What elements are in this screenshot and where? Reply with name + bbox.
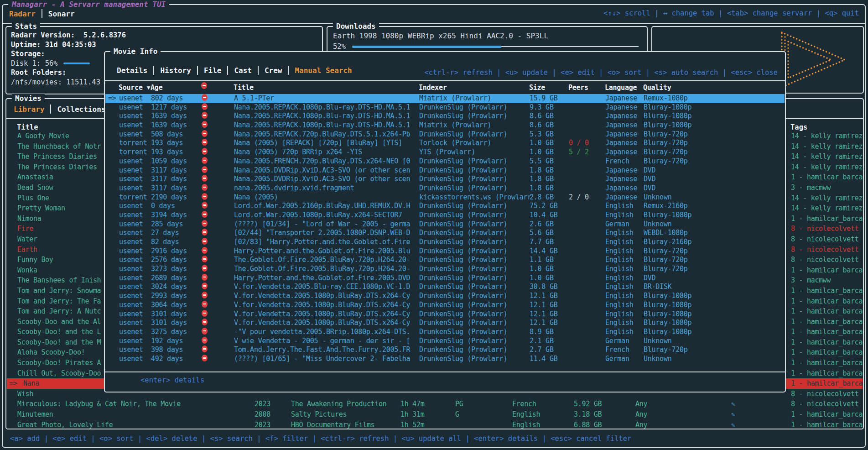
movie-title: Scooby-Doo and the Al bbox=[17, 317, 101, 327]
column-header-quality[interactable]: Quality bbox=[643, 82, 671, 93]
result-indexer: DrunkenSlug (Prowlarr) bbox=[419, 283, 507, 292]
result-title: -"V pour vendetta.2005.BRrip.1080p.x264-… bbox=[234, 328, 410, 337]
search-result-row[interactable]: =>usenet802 daysA 5.1-PTerMiatrix (Prowl… bbox=[105, 94, 785, 103]
result-title: Nana.2005.REPACK.1080p.Blu-ray.DTS-HD.MA… bbox=[234, 121, 410, 130]
rejected-icon bbox=[202, 310, 208, 317]
result-source: usenet bbox=[119, 274, 143, 283]
result-age: 398 days bbox=[151, 345, 183, 355]
library-tab-collections[interactable]: Collections bbox=[57, 105, 105, 114]
search-result-row[interactable]: usenet492 days(????) [01/65] - "Miss Und… bbox=[105, 355, 785, 364]
movie-tag: 1 - hamilcar_barca bbox=[791, 420, 863, 430]
column-header-size[interactable]: Size bbox=[529, 82, 545, 93]
search-result-row[interactable]: usenet1639 daysNana.2005.REPACK.1080p.Bl… bbox=[105, 121, 785, 130]
result-indexer: DrunkenSlug (Prowlarr) bbox=[419, 103, 507, 112]
search-result-row[interactable]: usenet3117 daysNana.2005.DVDRip.XviD.AC3… bbox=[105, 166, 785, 175]
column-header-indexer[interactable]: Indexer bbox=[419, 82, 447, 93]
rejected-icon bbox=[202, 256, 208, 262]
servarr-tab-sonarr[interactable]: Sonarr bbox=[48, 10, 75, 18]
search-result-row[interactable]: usenet2993 daysV.for.Vendetta.2005.1080p… bbox=[105, 292, 785, 301]
movie-row[interactable]: Minutemen2008Salty Pictures1h 31mGEnglis… bbox=[7, 409, 863, 420]
result-size: 75.2 GB bbox=[530, 202, 557, 211]
result-source: usenet bbox=[119, 238, 143, 247]
result-size: 8.9 GB bbox=[530, 328, 554, 337]
search-result-row[interactable]: usenet1639 daysNana.2005.REPACK.1080p.Bl… bbox=[105, 112, 785, 121]
column-header-source[interactable]: Source bbox=[119, 82, 143, 93]
search-result-row[interactable]: usenet3064 daysV.for.Vendetta.2005.1080p… bbox=[105, 301, 785, 310]
movie-info-tab-cast[interactable]: Cast bbox=[234, 66, 252, 75]
search-result-row[interactable]: usenet285 days(????) [01/34] - "Lord of … bbox=[105, 220, 785, 229]
result-quality: Bluray-1080p bbox=[644, 301, 691, 310]
search-result-row[interactable]: torrent193 daysNana (2005) [REPACK] [720… bbox=[105, 139, 785, 148]
movie-rating: PG bbox=[455, 399, 463, 409]
result-age: 3064 days bbox=[151, 301, 187, 310]
movie-row[interactable]: Miraculous: Ladybug & Cat Noir, The Movi… bbox=[7, 399, 863, 409]
search-result-row[interactable]: usenet508 daysNana.2005.REPACK.720p.BluR… bbox=[105, 130, 785, 139]
movie-rating: G bbox=[455, 409, 459, 420]
movie-info-tab-crew[interactable]: Crew bbox=[265, 66, 282, 75]
movie-info-keybinds: <ctrl-r> refresh | <u> update | <e> edit… bbox=[424, 68, 778, 77]
search-result-row[interactable]: usenet2916 daysHarry.Potter.and.the.Gobl… bbox=[105, 247, 785, 256]
movie-row[interactable]: Great Photo, Lovely Life2023HBO Document… bbox=[7, 420, 863, 430]
movie-title: Anastasia bbox=[17, 172, 53, 183]
movies-panel-title: Movies bbox=[12, 94, 45, 103]
result-language: English bbox=[605, 292, 633, 301]
movie-title: The Banshees of Inish bbox=[17, 275, 101, 286]
movie-info-tab-manual-search[interactable]: Manual Search bbox=[295, 66, 352, 75]
movie-size: 6.88 GB bbox=[574, 420, 602, 430]
search-result-row[interactable]: usenet0 daysLord.of.War.2005.2160p.BluRa… bbox=[105, 202, 785, 211]
result-quality: Remux-1080p bbox=[644, 94, 688, 103]
movie-tag: 1 - hamilcar_barca bbox=[791, 409, 863, 420]
result-title: Harry.Potter.and.the.Goblet.of.Fire.2005… bbox=[234, 247, 410, 256]
result-title: Nana (2005) bbox=[234, 193, 278, 202]
search-result-row[interactable]: torrent2190 daysNana (2005)kickasstorren… bbox=[105, 193, 785, 202]
result-quality: Bluray-1080p bbox=[644, 319, 691, 328]
search-result-row[interactable]: usenet3273 daysThe.Goblet.Of.Fire.2005.B… bbox=[105, 265, 785, 274]
search-result-row[interactable]: usenet27 days[02/44] "Transporter 2.2005… bbox=[105, 229, 785, 238]
result-age: 3194 days bbox=[151, 211, 187, 220]
search-result-row[interactable]: usenet192 daysV wie Vendetta - 2005 - ge… bbox=[105, 337, 785, 346]
uptime: Uptime: 31d 04:35:03 bbox=[11, 40, 318, 50]
search-result-row[interactable]: torrent193 daysNana (2005) 720p BRRip x2… bbox=[105, 148, 785, 157]
result-size: 15.9 GB bbox=[530, 94, 557, 103]
rejected-icon bbox=[202, 220, 208, 227]
result-age: 492 days bbox=[151, 355, 183, 364]
library-tab-library[interactable]: Library bbox=[14, 105, 44, 114]
search-result-row[interactable]: usenet3275 days-"V pour vendetta.2005.BR… bbox=[105, 328, 785, 337]
rejected-icon bbox=[202, 337, 208, 344]
result-indexer: DrunkenSlug (Prowlarr) bbox=[419, 328, 507, 337]
result-quality: Unknown bbox=[644, 193, 671, 202]
search-result-row[interactable]: usenet2689 daysHarry.Potter.and.the.Gobl… bbox=[105, 274, 785, 283]
result-indexer: DrunkenSlug (Prowlarr) bbox=[419, 337, 507, 346]
movie-runtime: 1h 52m bbox=[400, 420, 424, 430]
search-result-row[interactable]: usenet398 daysTom.And.Jerry.The.Fast.And… bbox=[105, 345, 785, 355]
search-result-row[interactable]: usenet82 days[02/83] "Harry.Potter.and.t… bbox=[105, 238, 785, 247]
result-source: usenet bbox=[119, 220, 143, 229]
column-header-title[interactable]: Title bbox=[234, 82, 254, 93]
servarr-tab-radarr[interactable]: Radarr bbox=[9, 10, 36, 18]
result-title: Nana (2005) 720p BRRip x264 -YTS bbox=[234, 148, 362, 157]
search-result-row[interactable]: usenet3194 daysLord.of.War.2005.1080p.Bl… bbox=[105, 211, 785, 220]
search-result-row[interactable]: usenet3117 daysNana.2005.DVDRip.XviD.AC3… bbox=[105, 175, 785, 184]
movie-info-tab-details[interactable]: Details bbox=[117, 66, 147, 75]
bottom-keybinds: <a> add | <e> edit | <o> sort | <del> de… bbox=[10, 434, 631, 443]
search-result-row[interactable]: usenet3117 daysnana.2005.dvdrip.xvid.fra… bbox=[105, 184, 785, 193]
movie-info-tab-file[interactable]: File bbox=[204, 66, 222, 75]
tab-divider bbox=[288, 66, 289, 75]
result-quality: Bluray-1080p bbox=[644, 310, 691, 319]
search-result-row[interactable]: usenet3101 daysV.for.Vendetta.2005.1080p… bbox=[105, 319, 785, 328]
result-language: English bbox=[605, 265, 633, 274]
result-quality: Unknown bbox=[644, 220, 671, 229]
search-result-row[interactable]: usenet2576 daysThe.Goblet.Of.Fire.2005.B… bbox=[105, 256, 785, 265]
result-size: 12.1 GB bbox=[530, 310, 557, 319]
movie-tag: 1 - hamilcar_barca bbox=[791, 347, 863, 358]
result-age: 802 days bbox=[151, 94, 183, 103]
column-header-age[interactable]: Age bbox=[151, 82, 162, 93]
search-result-row[interactable]: usenet3024 daysV.for.Vendetta.2005.Blu-r… bbox=[105, 283, 785, 292]
search-result-row[interactable]: usenet3101 daysV.for.Vendetta.2005.1080p… bbox=[105, 310, 785, 319]
movie-info-tab-history[interactable]: History bbox=[160, 66, 191, 75]
column-header-language[interactable]: Language bbox=[605, 82, 637, 93]
column-header-peers[interactable]: Peers bbox=[568, 82, 588, 93]
search-result-row[interactable]: usenet1217 daysNana.2005.REPACK.1080p.Bl… bbox=[105, 103, 785, 112]
movie-title: Aloha Scooby-Doo! bbox=[17, 347, 85, 358]
search-result-row[interactable]: usenet1059 daysNana.2005.FRENCH.720p.Blu… bbox=[105, 157, 785, 166]
